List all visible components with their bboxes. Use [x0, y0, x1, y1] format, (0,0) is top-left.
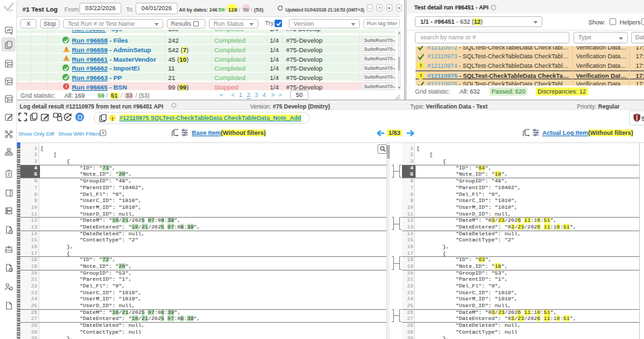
svg-text:QA: QA	[8, 8, 14, 12]
